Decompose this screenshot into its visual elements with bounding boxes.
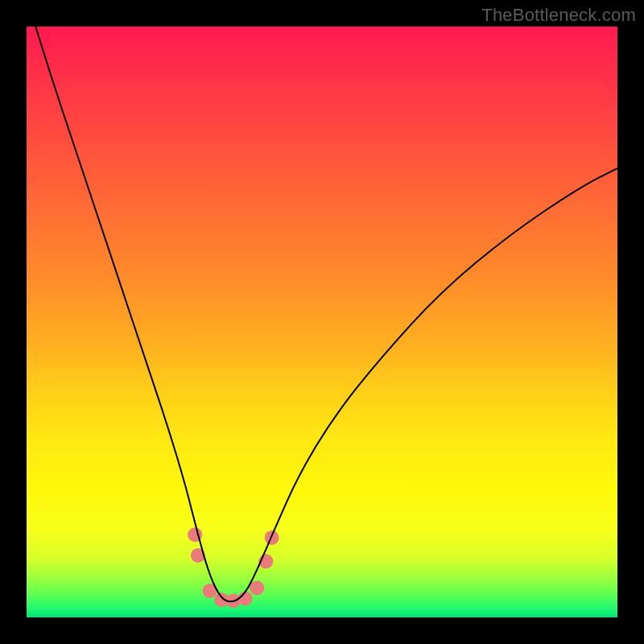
watermark-text: TheBottleneck.com [481, 5, 636, 26]
chart-svg-layer [27, 27, 617, 617]
trough-dots-group [188, 527, 279, 608]
chart-frame: TheBottleneck.com [0, 0, 644, 644]
bottleneck-curve [27, 0, 617, 601]
trough-dot [250, 580, 264, 595]
